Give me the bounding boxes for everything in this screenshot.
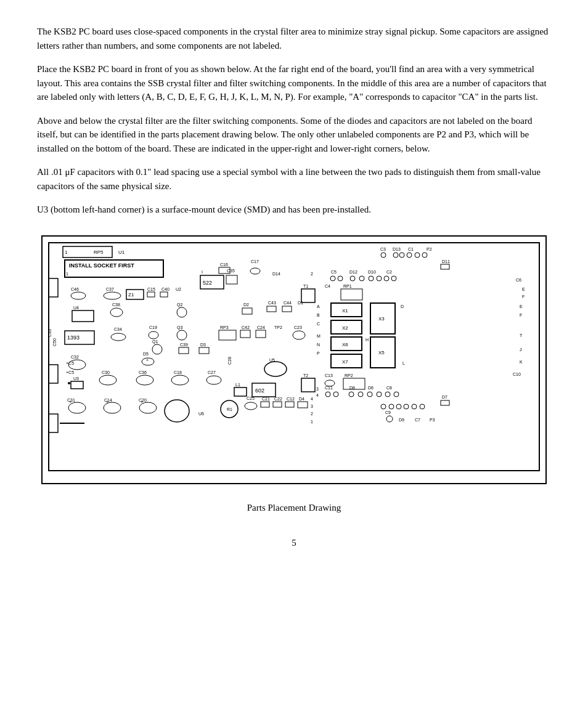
svg-text:2: 2 xyxy=(311,272,313,276)
svg-text:K: K xyxy=(520,360,523,364)
svg-text:U6: U6 xyxy=(198,412,204,416)
svg-point-48 xyxy=(391,276,396,281)
svg-text:D13: D13 xyxy=(393,247,401,251)
svg-rect-26 xyxy=(441,264,449,269)
svg-text:C34: C34 xyxy=(114,327,122,331)
svg-text:C39: C39 xyxy=(180,343,188,347)
svg-rect-58 xyxy=(160,292,168,297)
svg-rect-194 xyxy=(298,402,308,408)
svg-text:U4: U4 xyxy=(73,306,79,310)
svg-text:C16: C16 xyxy=(220,262,228,267)
svg-text:C40: C40 xyxy=(161,287,169,291)
svg-point-139 xyxy=(136,375,153,385)
svg-rect-171 xyxy=(441,400,449,405)
svg-point-174 xyxy=(68,402,86,413)
svg-point-123 xyxy=(152,344,162,354)
svg-rect-57 xyxy=(147,292,155,297)
svg-text:C5: C5 xyxy=(331,270,337,274)
svg-point-45 xyxy=(369,276,374,281)
svg-point-50 xyxy=(71,292,86,299)
svg-text:C46: C46 xyxy=(71,287,79,291)
svg-text:C9: C9 xyxy=(385,410,391,415)
svg-point-200 xyxy=(386,416,393,422)
svg-text:C17: C17 xyxy=(251,259,259,264)
svg-text:U2: U2 xyxy=(176,287,181,291)
svg-point-168 xyxy=(385,392,390,397)
svg-text:3: 3 xyxy=(316,387,319,391)
paragraph-4: All .01 μF capacitors with 0.1" lead spa… xyxy=(37,165,551,193)
svg-point-21 xyxy=(399,253,404,258)
svg-point-207 xyxy=(404,404,409,409)
svg-text:E: E xyxy=(522,287,525,291)
svg-text:1: 1 xyxy=(65,249,68,255)
svg-point-95 xyxy=(111,333,126,341)
svg-point-137 xyxy=(99,375,116,385)
svg-point-167 xyxy=(377,392,382,397)
svg-text:C27: C27 xyxy=(208,370,216,375)
svg-rect-127 xyxy=(199,347,209,354)
svg-rect-4 xyxy=(63,246,112,258)
svg-rect-190 xyxy=(273,402,282,407)
svg-point-24 xyxy=(422,253,427,258)
svg-text:2: 2 xyxy=(311,412,313,416)
svg-text:C25: C25 xyxy=(247,396,255,400)
svg-point-209 xyxy=(420,404,425,409)
svg-text:RP1: RP1 xyxy=(343,284,352,288)
svg-text:C19: C19 xyxy=(149,325,157,330)
svg-text:C32: C32 xyxy=(71,355,79,359)
svg-text:C37: C37 xyxy=(106,287,114,291)
svg-text:C11: C11 xyxy=(325,386,333,390)
svg-text:C30: C30 xyxy=(102,370,110,375)
svg-text:F: F xyxy=(522,294,525,299)
svg-text:+C5: +C5 xyxy=(66,361,74,365)
svg-rect-33 xyxy=(226,275,237,284)
svg-text:R1: R1 xyxy=(227,407,232,412)
svg-text:C28: C28 xyxy=(227,357,232,365)
svg-text:Q3: Q3 xyxy=(177,325,182,330)
svg-text:D14: D14 xyxy=(272,272,280,276)
svg-text:X5: X5 xyxy=(378,350,385,355)
svg-point-205 xyxy=(389,404,394,409)
svg-text:P3: P3 xyxy=(430,418,435,422)
svg-text:C8: C8 xyxy=(386,386,392,390)
svg-text:P2: P2 xyxy=(427,247,432,251)
svg-text:T1: T1 xyxy=(303,284,308,288)
svg-text:C4: C4 xyxy=(325,284,330,288)
svg-text:C13: C13 xyxy=(325,373,333,378)
svg-point-186 xyxy=(245,402,257,410)
svg-rect-64 xyxy=(341,289,362,300)
svg-point-166 xyxy=(367,392,372,397)
svg-text:C22: C22 xyxy=(274,397,282,401)
svg-point-206 xyxy=(396,404,401,409)
svg-rect-2 xyxy=(49,365,58,383)
svg-text:INSTALL SOCKET FIRST: INSTALL SOCKET FIRST xyxy=(69,262,134,269)
svg-text:X2: X2 xyxy=(342,325,348,331)
svg-text:C33: C33 xyxy=(47,329,52,337)
svg-point-43 xyxy=(350,276,355,281)
svg-text:C50: C50 xyxy=(52,338,57,346)
svg-text:1: 1 xyxy=(66,272,68,276)
svg-text:RP5: RP5 xyxy=(94,249,104,255)
svg-point-162 xyxy=(325,392,330,397)
svg-text:D1: D1 xyxy=(298,301,303,305)
svg-rect-103 xyxy=(240,330,250,338)
svg-text:C35: C35 xyxy=(227,269,235,273)
svg-point-165 xyxy=(358,392,363,397)
svg-point-204 xyxy=(381,404,386,409)
svg-point-47 xyxy=(384,276,389,281)
svg-text:I: I xyxy=(202,270,203,274)
svg-rect-78 xyxy=(282,306,292,312)
svg-rect-152 xyxy=(301,378,315,392)
svg-text:F: F xyxy=(520,313,522,317)
svg-text:C44: C44 xyxy=(284,301,292,305)
svg-text:4: 4 xyxy=(316,393,319,397)
svg-point-70 xyxy=(110,308,123,317)
svg-point-164 xyxy=(349,392,354,397)
svg-point-180 xyxy=(139,402,157,413)
svg-text:522: 522 xyxy=(203,280,212,286)
paragraph-5: U3 (bottom left-hand corner) is a surfac… xyxy=(37,203,551,217)
svg-text:T2: T2 xyxy=(303,373,308,378)
svg-text:D4: D4 xyxy=(299,397,304,401)
svg-text:X3: X3 xyxy=(378,316,385,322)
svg-text:C3: C3 xyxy=(380,247,386,251)
